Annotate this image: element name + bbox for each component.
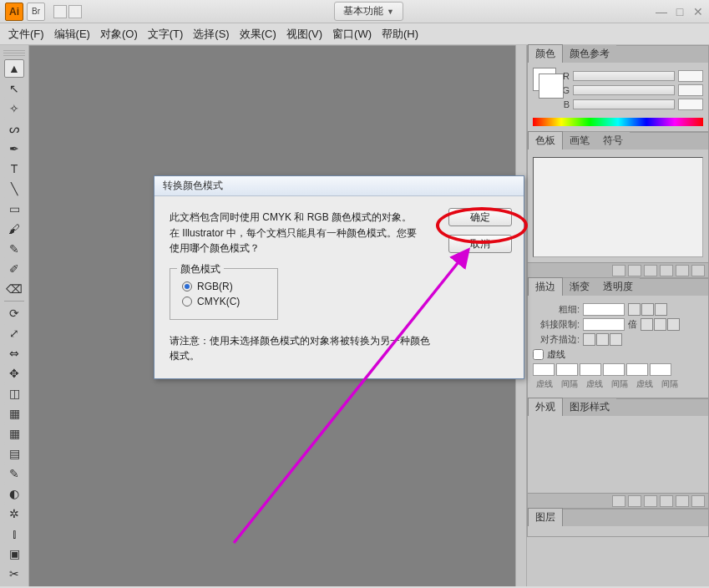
tab-transparency[interactable]: 透明度 xyxy=(596,278,640,296)
tool-width[interactable]: ⇔ xyxy=(4,344,24,362)
tool-pen[interactable]: ✒ xyxy=(4,139,24,158)
tool-free-transform[interactable]: ✥ xyxy=(4,364,24,383)
tool-rotate[interactable]: ⟳ xyxy=(4,304,24,322)
tool-eraser[interactable]: ⌫ xyxy=(4,280,24,298)
input-miter[interactable] xyxy=(583,318,625,331)
gap-2[interactable] xyxy=(603,363,625,376)
ok-button[interactable]: 确定 xyxy=(448,208,512,226)
toolbox-grip[interactable] xyxy=(3,50,25,57)
minimize-button[interactable]: — xyxy=(656,6,667,18)
tool-slice[interactable]: ✂ xyxy=(4,565,24,583)
appear-icon-1[interactable] xyxy=(612,495,625,507)
cancel-button[interactable]: 取消 xyxy=(448,235,512,253)
tool-symbol-sprayer[interactable]: ✲ xyxy=(4,504,24,523)
input-weight[interactable] xyxy=(583,303,625,316)
app-logo-br[interactable]: Br xyxy=(27,3,45,21)
panels-column: 颜色 颜色参考 R G B 色板 画笔 符号 xyxy=(527,45,709,586)
slider-b[interactable] xyxy=(573,99,675,109)
workspace-switcher[interactable]: 基本功能 ▼ xyxy=(334,2,403,21)
swatch-trash-icon[interactable] xyxy=(691,265,705,276)
tool-magic-wand[interactable]: ✧ xyxy=(4,99,24,118)
tool-selection[interactable]: ▲ xyxy=(4,59,24,78)
dash-lbl-1: 虚线 xyxy=(533,378,556,390)
menu-effect[interactable]: 效果(C) xyxy=(240,27,276,42)
fill-stroke-icon[interactable] xyxy=(533,68,556,91)
align-stroke-buttons[interactable] xyxy=(583,333,622,346)
radio-cmyk[interactable] xyxy=(182,297,192,307)
appear-icon-2[interactable] xyxy=(628,495,641,507)
menu-edit[interactable]: 编辑(E) xyxy=(54,27,90,42)
dash-3[interactable] xyxy=(626,363,648,376)
swatch-group-icon[interactable] xyxy=(644,265,657,276)
tool-pencil[interactable]: ✎ xyxy=(4,240,24,258)
tool-direct-selection[interactable]: ↖ xyxy=(4,79,24,98)
swatch-footer xyxy=(528,262,708,277)
menu-select[interactable]: 选择(S) xyxy=(193,27,229,42)
tool-paintbrush[interactable]: 🖌 xyxy=(4,220,24,238)
layout-icons[interactable] xyxy=(53,5,82,18)
label-align-stroke: 对齐描边: xyxy=(533,333,580,346)
menu-help[interactable]: 帮助(H) xyxy=(382,27,418,42)
slider-r[interactable] xyxy=(573,71,675,81)
menu-object[interactable]: 对象(O) xyxy=(100,27,138,42)
tab-color-guide[interactable]: 颜色参考 xyxy=(563,45,616,63)
menu-view[interactable]: 视图(V) xyxy=(286,27,322,42)
slider-g[interactable] xyxy=(573,85,675,95)
value-g[interactable] xyxy=(678,84,703,96)
menu-file[interactable]: 文件(F) xyxy=(8,27,44,42)
appear-icon-3[interactable] xyxy=(660,495,673,507)
tool-artboard[interactable]: ▣ xyxy=(4,545,24,563)
tab-layers[interactable]: 图层 xyxy=(528,508,563,526)
appear-trash-icon[interactable] xyxy=(691,495,705,507)
panel-stroke: 描边 渐变 透明度 粗细: 斜接限制: 倍 对齐描边: xyxy=(527,278,709,398)
dash-1[interactable] xyxy=(533,363,555,376)
menu-window[interactable]: 窗口(W) xyxy=(332,27,372,42)
tool-lasso[interactable]: ᔕ xyxy=(4,119,24,138)
tool-type[interactable]: T xyxy=(4,160,24,178)
tool-perspective[interactable]: ▦ xyxy=(4,404,24,423)
value-b[interactable] xyxy=(678,99,703,110)
dash-lbl-6: 间隔 xyxy=(658,378,681,390)
appear-icon-fx[interactable] xyxy=(644,495,657,507)
tool-graph[interactable]: ⫿ xyxy=(4,525,24,543)
swatch-options-icon[interactable] xyxy=(660,265,673,276)
close-button[interactable]: ✕ xyxy=(692,6,704,18)
swatch-new-icon[interactable] xyxy=(628,265,641,276)
tool-eyedropper[interactable]: ✎ xyxy=(4,464,24,483)
tool-rectangle[interactable]: ▭ xyxy=(4,200,24,218)
tool-blend[interactable]: ◐ xyxy=(4,484,24,503)
tool-blob-brush[interactable]: ✐ xyxy=(4,260,24,278)
cap-buttons[interactable] xyxy=(628,303,667,316)
menu-type[interactable]: 文字(T) xyxy=(148,27,184,42)
dialog-convert-color-mode: 转换颜色模式 此文档包含同时使用 CMYK 和 RGB 颜色模式的对象。在 Il… xyxy=(154,175,524,379)
gap-1[interactable] xyxy=(556,363,578,376)
tab-color[interactable]: 颜色 xyxy=(528,44,563,63)
spectrum-bar[interactable] xyxy=(533,118,703,126)
checkbox-dashed[interactable] xyxy=(533,349,544,360)
tool-scale[interactable]: ⤢ xyxy=(4,324,24,342)
maximize-button[interactable]: □ xyxy=(674,6,686,18)
join-buttons[interactable] xyxy=(641,318,680,331)
tool-mesh[interactable]: ▦ xyxy=(4,424,24,443)
tab-gradient[interactable]: 渐变 xyxy=(563,278,596,296)
tab-swatches[interactable]: 色板 xyxy=(528,131,563,150)
tab-stroke[interactable]: 描边 xyxy=(528,277,563,296)
value-r[interactable] xyxy=(678,70,703,82)
tab-graphic-styles[interactable]: 图形样式 xyxy=(563,398,616,416)
dash-2[interactable] xyxy=(580,363,601,376)
label-dashed: 虚线 xyxy=(547,348,565,361)
panel-color: 颜色 颜色参考 R G B xyxy=(527,45,709,132)
appear-icon-4[interactable] xyxy=(676,495,689,507)
swatch-new2-icon[interactable] xyxy=(676,265,689,276)
swatch-menu-icon[interactable] xyxy=(612,265,625,276)
swatch-area[interactable] xyxy=(533,157,703,257)
tab-brushes[interactable]: 画笔 xyxy=(563,132,596,150)
gap-3[interactable] xyxy=(650,363,671,376)
tool-gradient[interactable]: ▤ xyxy=(4,444,24,463)
tab-appearance[interactable]: 外观 xyxy=(528,398,563,416)
tool-shape-builder[interactable]: ◫ xyxy=(4,384,24,403)
tab-symbols[interactable]: 符号 xyxy=(596,132,630,150)
radio-rgb[interactable] xyxy=(182,281,192,291)
tool-line[interactable]: ╲ xyxy=(4,180,24,198)
miter-suffix: 倍 xyxy=(628,318,637,331)
